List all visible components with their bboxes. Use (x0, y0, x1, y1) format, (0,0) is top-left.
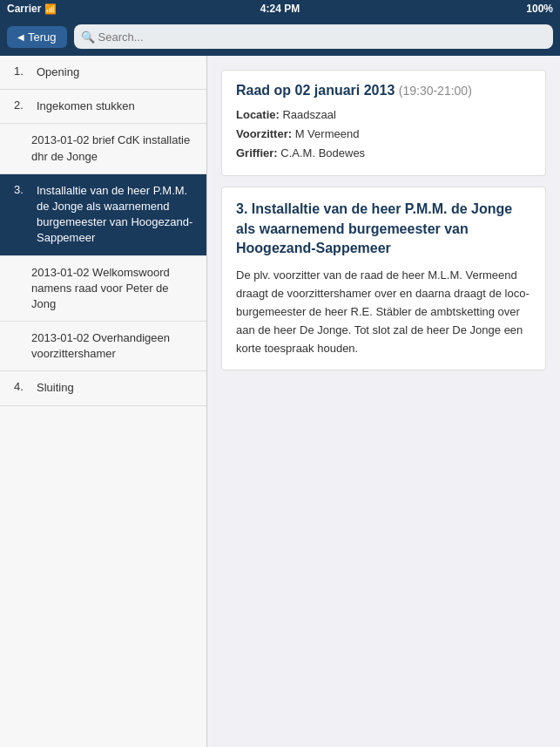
locatie-value: Raadszaal (282, 108, 335, 121)
sidebar-item-ingekomen[interactable]: 2. Ingekomen stukken (0, 90, 206, 124)
meeting-detail: Locatie: Raadszaal Voorzitter: M Vermeen… (236, 105, 531, 163)
item-num: 4. (14, 380, 30, 396)
search-icon: 🔍 (81, 31, 95, 44)
wifi-icon: 📶 (44, 3, 57, 15)
griffier-label: Griffier: (236, 146, 278, 160)
item-label: Installaltie van de heer P.M.M. de Jonge… (37, 183, 196, 247)
sidebar-item-sluiting[interactable]: 4. Sluiting (0, 371, 206, 405)
item-num: 3. (14, 183, 30, 247)
voorzitter-label: Voorzitter: (236, 127, 292, 140)
sidebar: 1. Opening 2. Ingekomen stukken 2013-01-… (0, 56, 207, 747)
status-bar: Carrier 📶 4:24 PM 100% (0, 0, 560, 17)
search-input[interactable] (98, 31, 546, 44)
back-button[interactable]: Terug (7, 26, 67, 48)
meeting-header-card: Raad op 02 januari 2013 (19:30-21:00) Lo… (221, 70, 546, 176)
sidebar-item-welkomswoord[interactable]: 2013-01-02 Welkomswoord namens raad voor… (0, 256, 206, 323)
item-label: Sluiting (37, 380, 74, 396)
agenda-card: 3. Installaltie van de heer P.M.M. de Jo… (221, 187, 546, 370)
meeting-time: (19:30-21:00) (399, 84, 472, 98)
item-label: Opening (37, 65, 79, 80)
content-panel: Raad op 02 januari 2013 (19:30-21:00) Lo… (207, 56, 560, 747)
battery-label: 100% (526, 3, 553, 15)
item-label: 2013-01-02 brief CdK installatie dhr de … (31, 132, 196, 164)
meeting-title-text: Raad op 02 januari 2013 (236, 83, 395, 98)
griffier-value: C.A.M. Bodewes (280, 146, 365, 160)
sidebar-item-brief-cdk[interactable]: 2013-01-02 brief CdK installatie dhr de … (0, 124, 206, 173)
carrier-label: Carrier (7, 3, 41, 15)
item-num: 1. (14, 65, 30, 80)
item-label: 2013-01-02 Welkomswoord namens raad voor… (31, 265, 196, 313)
sidebar-item-opening[interactable]: 1. Opening (0, 56, 206, 90)
agenda-card-body: De plv. voorzitter van de raad de heer M… (236, 267, 531, 357)
nav-bar: Terug 🔍 (0, 17, 560, 56)
search-box[interactable]: 🔍 (74, 24, 553, 49)
sidebar-item-installaltie[interactable]: 3. Installaltie van de heer P.M.M. de Jo… (0, 174, 206, 256)
meeting-title: Raad op 02 januari 2013 (19:30-21:00) (236, 83, 531, 98)
status-time: 4:24 PM (260, 3, 300, 15)
status-right: 100% (526, 3, 553, 15)
sidebar-item-overhandigeen[interactable]: 2013-01-02 Overhandigeen voorzittershame… (0, 322, 206, 371)
voorzitter-value: M Vermeend (295, 127, 360, 140)
item-num: 2. (14, 98, 30, 114)
locatie-label: Locatie: (236, 108, 280, 121)
status-left: Carrier 📶 (7, 3, 57, 15)
item-label: Ingekomen stukken (37, 98, 135, 114)
item-label: 2013-01-02 Overhandigeen voorzittershame… (31, 330, 196, 362)
main-content: 1. Opening 2. Ingekomen stukken 2013-01-… (0, 56, 560, 747)
agenda-card-title: 3. Installaltie van de heer P.M.M. de Jo… (236, 200, 531, 258)
